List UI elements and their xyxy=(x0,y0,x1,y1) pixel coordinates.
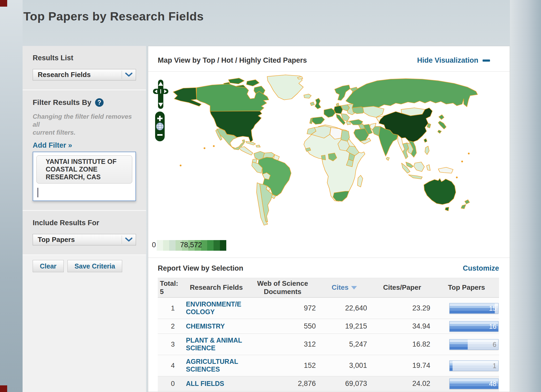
legend-segment xyxy=(214,240,220,251)
cites-per-paper-value: 24.02 xyxy=(370,380,434,388)
top-papers-value: 16 xyxy=(489,322,496,330)
legend-segment xyxy=(157,240,163,251)
cites-per-paper-value: 34.94 xyxy=(370,322,434,330)
table-row: 2 CHEMISTRY 550 19,215 34.94 16 xyxy=(158,319,499,334)
cites-per-paper-value: 16.82 xyxy=(370,340,434,348)
row-rank: 4 xyxy=(158,361,182,370)
filter-input-box[interactable]: YANTAI INSTITUTE OF COASTAL ZONE RESEARC… xyxy=(33,152,136,201)
table-row: 1 ENVIRONMENT/E COLOGY 972 22,640 23.29 … xyxy=(158,297,499,319)
top-papers-bar: 6 xyxy=(449,339,499,350)
hide-visualization-link[interactable]: Hide Visualization xyxy=(417,56,490,65)
legend-segment xyxy=(220,240,226,251)
results-list-select[interactable]: Research Fields xyxy=(33,69,136,80)
zoom-out-icon xyxy=(157,134,163,136)
field-link[interactable]: ENVIRONMENT/E COLOGY xyxy=(186,300,241,316)
table-row: 3 PLANT & ANIMAL SCIENCE 312 5,247 16.82… xyxy=(158,334,499,355)
cites-value: 69,073 xyxy=(318,380,370,388)
filter-chip[interactable]: YANTAI INSTITUTE OF COASTAL ZONE RESEARC… xyxy=(36,155,132,184)
table-header-row: Total: 5 Research Fields Web of Science … xyxy=(158,278,499,297)
column-header-top-papers[interactable]: Top Papers xyxy=(434,283,499,292)
row-rank: 2 xyxy=(158,322,182,330)
add-filter-link[interactable]: Add Filter » xyxy=(33,141,72,150)
report-view-title: Report View by Selection xyxy=(158,264,243,272)
cites-value: 19,215 xyxy=(318,322,370,330)
map-zoom-control[interactable] xyxy=(154,112,166,141)
legend-segment xyxy=(207,240,214,251)
cites-per-paper-value: 23.29 xyxy=(370,304,434,312)
map-pan-control[interactable] xyxy=(152,79,169,109)
top-papers-bar: 1 xyxy=(449,360,499,371)
legend-segment xyxy=(169,240,176,251)
sort-desc-icon xyxy=(351,286,357,289)
filter-note: Changing the filter field removes all cu… xyxy=(33,113,136,137)
field-link[interactable]: ALL FIELDS xyxy=(186,380,224,387)
field-link[interactable]: AGRICULTURAL SCIENCES xyxy=(186,358,238,373)
corner-artifact-top xyxy=(0,0,7,7)
cites-label: Cites xyxy=(332,283,349,292)
field-link[interactable]: CHEMISTRY xyxy=(186,322,225,330)
top-papers-value: 1 xyxy=(493,362,496,369)
table-row: 4 AGRICULTURAL SCIENCES 152 3,001 19.74 … xyxy=(158,355,499,376)
field-link[interactable]: PLANT & ANIMAL SCIENCE xyxy=(186,336,242,352)
left-margin-strip xyxy=(0,0,23,392)
wos-docs-value: 2,876 xyxy=(247,380,318,388)
cites-value: 22,640 xyxy=(318,304,370,312)
results-list-section: Results List Research Fields xyxy=(23,46,146,90)
wos-docs-value: 972 xyxy=(247,304,318,312)
map-view-title: Map View by Top / Hot / Highly Cited Pap… xyxy=(158,56,307,65)
chevron-down-icon xyxy=(122,73,136,77)
hide-visualization-label: Hide Visualization xyxy=(417,56,478,65)
top-papers-value: 48 xyxy=(489,380,496,387)
wos-docs-value: 312 xyxy=(247,340,318,348)
legend-min-value: 0 xyxy=(152,241,156,249)
top-papers-bar: 16 xyxy=(449,321,499,332)
wos-docs-value: 152 xyxy=(247,361,318,370)
minus-icon xyxy=(483,59,490,62)
wos-docs-value: 550 xyxy=(247,322,318,330)
page: Top Papers by Research Fields Results Li… xyxy=(0,0,541,392)
world-map: 0 78,572 xyxy=(148,72,510,258)
results-list-selected-value: Research Fields xyxy=(33,71,122,79)
cites-per-paper-value: 19.74 xyxy=(370,361,434,370)
cites-value: 3,001 xyxy=(318,361,370,370)
column-header-research-fields[interactable]: Research Fields xyxy=(182,283,247,292)
help-icon[interactable]: ? xyxy=(95,98,104,107)
save-criteria-button[interactable]: Save Criteria xyxy=(67,260,122,272)
text-cursor xyxy=(37,188,38,197)
total-count: Total: 5 xyxy=(158,279,182,296)
top-papers-value: 6 xyxy=(493,340,496,348)
customize-link[interactable]: Customize xyxy=(463,264,499,272)
main-panel: Map View by Top / Hot / Highly Cited Pap… xyxy=(148,46,510,392)
column-header-cites[interactable]: Cites xyxy=(318,283,370,292)
filter-heading: Filter Results By xyxy=(33,98,91,107)
corner-artifact-bottom xyxy=(0,385,7,392)
top-papers-bar: 48 xyxy=(449,378,499,389)
include-results-section: Include Results For Top Papers xyxy=(23,211,146,255)
top-papers-value: 15 xyxy=(489,304,496,312)
legend-max-value: 78,572 xyxy=(180,241,202,249)
row-rank: 3 xyxy=(158,340,182,348)
report-table: Total: 5 Research Fields Web of Science … xyxy=(158,278,499,391)
row-rank: 1 xyxy=(158,304,182,312)
cites-value: 5,247 xyxy=(318,340,370,348)
table-row: 0 ALL FIELDS 2,876 69,073 24.02 48 xyxy=(158,376,499,391)
clear-button[interactable]: Clear xyxy=(33,260,64,272)
include-results-select[interactable]: Top Papers xyxy=(33,234,136,245)
include-results-selected-value: Top Papers xyxy=(33,236,122,244)
column-header-cites-per-paper[interactable]: Cites/Paper xyxy=(370,283,434,292)
row-rank: 0 xyxy=(158,380,182,388)
choropleth-map[interactable] xyxy=(149,74,506,242)
filter-section: Filter Results By ? Changing the filter … xyxy=(23,90,146,211)
include-results-heading: Include Results For xyxy=(33,219,136,227)
right-margin-strip xyxy=(510,0,541,392)
column-header-wos-documents[interactable]: Web of Science Documents xyxy=(247,279,318,296)
sidebar: Results List Research Fields Filter Resu… xyxy=(23,46,146,392)
chevron-down-icon xyxy=(122,237,136,242)
page-title: Top Papers by Research Fields xyxy=(23,10,204,23)
legend-segment xyxy=(163,240,169,251)
top-papers-bar: 15 xyxy=(449,303,499,314)
map-legend: 0 78,572 xyxy=(150,240,226,251)
results-list-heading: Results List xyxy=(33,54,136,62)
